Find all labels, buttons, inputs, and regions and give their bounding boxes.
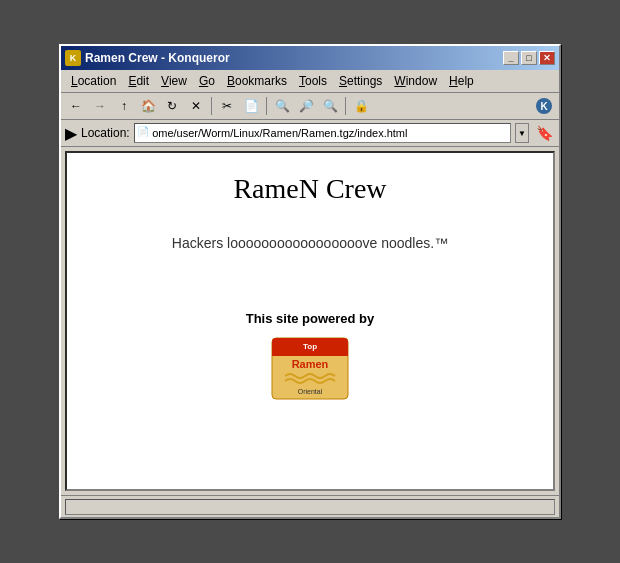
home-button[interactable]: 🏠 xyxy=(137,95,159,117)
window-title: Ramen Crew - Konqueror xyxy=(85,51,230,65)
ramen-package-image: Top Ramen Oriental xyxy=(270,336,350,401)
toolbar-separator-3 xyxy=(345,97,346,115)
back-button[interactable]: ← xyxy=(65,95,87,117)
page-heading: RameN Crew xyxy=(233,173,386,205)
location-dropdown[interactable]: ▼ xyxy=(515,123,529,143)
forward-button[interactable]: → xyxy=(89,95,111,117)
reload-button[interactable]: ↻ xyxy=(161,95,183,117)
menu-bar: Location Edit View Go Bookmarks Tools Se… xyxy=(61,70,559,93)
menu-view[interactable]: View xyxy=(155,72,193,90)
cut-button[interactable]: ✂ xyxy=(216,95,238,117)
page-tagline: Hackers looooooooooooooooove noodles.™ xyxy=(172,235,448,251)
close-button[interactable]: ✕ xyxy=(539,51,555,65)
location-bar: ▶ Location: 📄 ▼ 🔖 xyxy=(61,120,559,147)
toolbar: ← → ↑ 🏠 ↻ ✕ ✂ 📄 🔍 🔎 🔍 🔒 K xyxy=(61,93,559,120)
find-button[interactable]: 🔍 xyxy=(319,95,341,117)
location-label: Location: xyxy=(81,126,130,140)
status-bar xyxy=(61,495,559,517)
title-bar: K Ramen Crew - Konqueror _ □ ✕ xyxy=(61,46,559,70)
location-input-wrap: 📄 xyxy=(134,123,511,143)
menu-settings[interactable]: Settings xyxy=(333,72,388,90)
stop-button[interactable]: ✕ xyxy=(185,95,207,117)
menu-edit[interactable]: Edit xyxy=(122,72,155,90)
location-input[interactable] xyxy=(152,127,508,139)
title-bar-left: K Ramen Crew - Konqueror xyxy=(65,50,230,66)
powered-by-label: This site powered by xyxy=(246,311,375,326)
menu-location[interactable]: Location xyxy=(65,72,122,90)
konqueror-icon: K xyxy=(533,95,555,117)
browser-window: K Ramen Crew - Konqueror _ □ ✕ Location … xyxy=(59,44,561,519)
menu-help[interactable]: Help xyxy=(443,72,480,90)
title-buttons: _ □ ✕ xyxy=(503,51,555,65)
up-button[interactable]: ↑ xyxy=(113,95,135,117)
bookmark-location-button[interactable]: 🔖 xyxy=(533,122,555,144)
menu-bookmarks[interactable]: Bookmarks xyxy=(221,72,293,90)
status-text xyxy=(65,499,555,515)
menu-window[interactable]: Window xyxy=(388,72,443,90)
menu-go[interactable]: Go xyxy=(193,72,221,90)
maximize-button[interactable]: □ xyxy=(521,51,537,65)
location-nav-icon: ▶ xyxy=(65,124,77,143)
app-icon: K xyxy=(65,50,81,66)
menu-tools[interactable]: Tools xyxy=(293,72,333,90)
page-content: RameN Crew Hackers looooooooooooooooove … xyxy=(65,151,555,491)
minimize-button[interactable]: _ xyxy=(503,51,519,65)
svg-text:Ramen: Ramen xyxy=(292,358,329,370)
svg-text:K: K xyxy=(540,101,548,112)
security-button[interactable]: 🔒 xyxy=(350,95,372,117)
copy-button[interactable]: 📄 xyxy=(240,95,262,117)
svg-text:Oriental: Oriental xyxy=(298,388,323,395)
svg-text:Top: Top xyxy=(303,342,317,351)
zoom-out-button[interactable]: 🔎 xyxy=(295,95,317,117)
page-favicon: 📄 xyxy=(137,126,150,140)
toolbar-separator-2 xyxy=(266,97,267,115)
toolbar-separator-1 xyxy=(211,97,212,115)
zoom-in-button[interactable]: 🔍 xyxy=(271,95,293,117)
